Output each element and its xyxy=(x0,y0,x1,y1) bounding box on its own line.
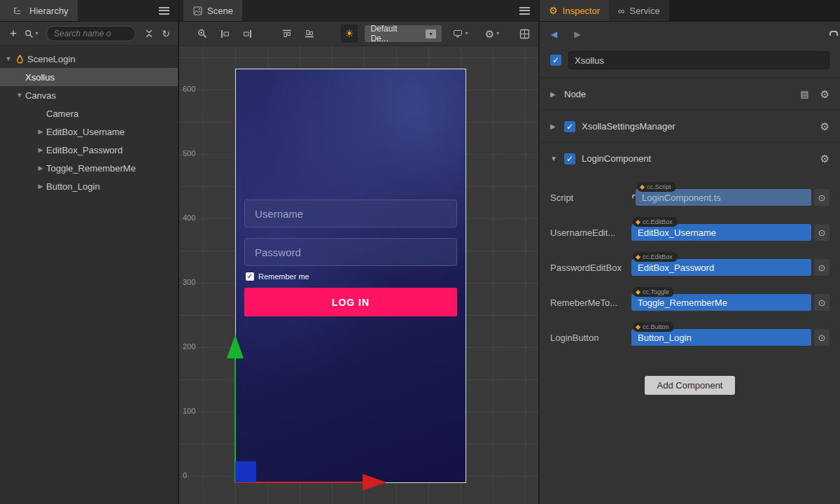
gizmo-x-arrow-icon[interactable] xyxy=(363,474,386,491)
hierarchy-menu-icon[interactable] xyxy=(159,7,169,15)
password-placeholder: Password xyxy=(255,246,301,258)
select-asset-button[interactable]: ⊙ xyxy=(814,189,830,206)
chevron-right-icon[interactable]: ▶ xyxy=(550,122,558,130)
chevron-down-icon: ▾ xyxy=(496,31,499,36)
property-row-login-button: LoginButton cc.Button Button_Login ⊙ xyxy=(540,320,840,355)
node-name-input[interactable] xyxy=(568,51,830,69)
property-row-username-editbox: UsernameEdit... cc.EditBox EditBox_Usern… xyxy=(540,215,840,250)
property-row-script: Script cc.Script LoginComponent.ts ⊙ xyxy=(540,180,840,215)
tree-item-editbox-username[interactable]: ▶ EditBox_Username xyxy=(0,122,178,141)
inspector-panel: ⚙ Inspector ∞ Service ◀ ▶ ✓ ▶ Node ▤ ⚙ xyxy=(540,0,840,504)
ruler-label: 300 xyxy=(183,278,195,286)
chevron-down-icon[interactable]: ▼ xyxy=(3,55,14,62)
scene-menu-icon[interactable] xyxy=(519,7,530,15)
tree-item-scene[interactable]: ▼ SceneLogin xyxy=(0,50,178,68)
select-node-button[interactable]: ⊙ xyxy=(814,259,830,276)
login-component-properties: Script cc.Script LoginComponent.ts ⊙ Use… xyxy=(540,174,840,355)
select-node-button[interactable]: ⊙ xyxy=(814,329,830,346)
property-label: Script xyxy=(550,192,631,203)
align-top-icon[interactable] xyxy=(279,26,295,41)
gear-icon[interactable]: ⚙ xyxy=(820,89,830,99)
chevron-down-icon[interactable]: ▼ xyxy=(14,92,25,99)
add-component-button[interactable]: Add Component xyxy=(645,376,736,395)
tree-item-label: Xsollus xyxy=(25,72,55,83)
chevron-down-icon: ▾ xyxy=(465,31,468,36)
gizmo-origin-handle[interactable] xyxy=(235,461,256,482)
section-node[interactable]: ▶ Node ▤ ⚙ xyxy=(540,78,840,110)
section-login-component[interactable]: ▼ ✓ LoginComponent ⚙ xyxy=(540,142,840,174)
node-name-row: ✓ xyxy=(540,47,840,78)
add-node-button[interactable]: + xyxy=(6,26,21,41)
view-mode-dropdown[interactable]: ▾ xyxy=(449,26,472,41)
ruler-label: 400 xyxy=(183,214,195,222)
section-node-label: Node xyxy=(564,89,794,99)
hierarchy-tab-label: Hierarchy xyxy=(29,6,69,16)
search-input[interactable] xyxy=(46,26,136,41)
section-settings-label: XsollaSettingsManager xyxy=(582,121,814,132)
select-node-button[interactable]: ⊙ xyxy=(814,224,830,241)
asset-dot-icon xyxy=(636,254,640,259)
chevron-right-icon[interactable]: ▶ xyxy=(550,90,558,98)
tree-item-camera[interactable]: Camera xyxy=(0,104,178,122)
component-enabled-checkbox[interactable]: ✓ xyxy=(564,121,575,132)
component-enabled-checkbox[interactable]: ✓ xyxy=(564,153,575,164)
tree-item-label: SceneLogin xyxy=(27,54,76,64)
tree-item-xsollus[interactable]: Xsollus xyxy=(0,68,178,86)
chevron-right-icon[interactable]: ▶ xyxy=(35,164,46,172)
tab-hierarchy[interactable]: Hierarchy xyxy=(0,0,78,21)
gear-icon[interactable]: ⚙ xyxy=(820,121,830,132)
section-xsolla-settings-manager[interactable]: ▶ ✓ XsollaSettingsManager ⚙ xyxy=(540,110,840,142)
login-button-label: LOG IN xyxy=(332,297,370,308)
add-component-row: Add Component xyxy=(540,376,840,395)
chevron-down-icon[interactable]: ▼ xyxy=(550,155,558,162)
gizmo-y-arrow-icon[interactable] xyxy=(227,335,244,358)
align-left-edge-icon[interactable] xyxy=(217,26,232,41)
password-editbox-preview[interactable]: Password xyxy=(244,238,457,266)
game-canvas-preview[interactable]: Username Password ✓ Remember me LOG IN xyxy=(235,69,466,483)
tab-inspector[interactable]: ⚙ Inspector xyxy=(540,0,609,21)
username-editbox-preview[interactable]: Username xyxy=(244,200,457,227)
tab-scene[interactable]: Scene xyxy=(183,0,242,21)
tree-item-toggle-rememberme[interactable]: ▶ Toggle_RememberMe xyxy=(0,159,178,177)
inspector-nav: ◀ ▶ xyxy=(540,22,840,47)
tree-item-editbox-password[interactable]: ▶ EditBox_Password xyxy=(0,141,178,159)
service-icon: ∞ xyxy=(618,6,624,15)
remember-me-toggle-preview[interactable]: ✓ Remember me xyxy=(246,272,309,281)
layout-grid-icon[interactable] xyxy=(517,26,533,41)
gizmo-settings-button[interactable]: ☀ xyxy=(341,24,358,43)
scene-asset-icon xyxy=(14,55,25,64)
paste-component-icon[interactable]: ▤ xyxy=(800,90,808,99)
zoom-icon[interactable] xyxy=(195,26,210,41)
property-label: LoginButton xyxy=(550,332,631,343)
nav-back-icon[interactable]: ◀ xyxy=(551,30,557,38)
nav-forward-icon[interactable]: ▶ xyxy=(574,30,580,38)
login-button-preview[interactable]: LOG IN xyxy=(244,288,457,316)
type-tag: cc.EditBox xyxy=(633,217,678,227)
chevron-right-icon[interactable]: ▶ xyxy=(35,183,46,190)
collapse-all-icon[interactable] xyxy=(141,26,157,41)
gear-icon[interactable]: ⚙ xyxy=(820,153,830,164)
select-node-button[interactable]: ⊙ xyxy=(814,294,830,311)
asset-dot-icon xyxy=(640,184,645,189)
tree-item-label: Button_Login xyxy=(46,181,100,192)
chevron-right-icon[interactable]: ▶ xyxy=(35,128,46,135)
ruler-label: 500 xyxy=(183,149,195,158)
chevron-right-icon[interactable]: ▶ xyxy=(35,146,46,153)
editor-window: Hierarchy + ▾ ↻ ▼ SceneLogin xyxy=(0,0,840,504)
align-bottom-icon[interactable] xyxy=(302,26,317,41)
align-right-edge-icon[interactable] xyxy=(239,26,255,41)
scene-settings-dropdown[interactable]: ⚙▾ xyxy=(479,26,505,41)
scene-viewport[interactable]: 600 500 400 300 200 100 0 Username Passw… xyxy=(179,46,538,504)
refresh-icon[interactable]: ↻ xyxy=(158,26,174,41)
node-active-checkbox[interactable]: ✓ xyxy=(550,55,561,66)
tree-item-button-login[interactable]: ▶ Button_Login xyxy=(0,177,178,195)
type-tag: cc.Button xyxy=(633,322,674,332)
tree-item-label: EditBox_Password xyxy=(46,145,122,155)
search-filter-icon[interactable]: ▾ xyxy=(22,26,41,41)
tab-service[interactable]: ∞ Service xyxy=(609,0,669,21)
checkbox-checked-icon[interactable]: ✓ xyxy=(246,272,254,281)
tree-item-canvas[interactable]: ▼ Canvas xyxy=(0,86,178,104)
scene-panel: Scene ☀ Default De... xyxy=(179,0,540,504)
property-label: UsernameEdit... xyxy=(550,227,631,238)
display-mode-dropdown[interactable]: Default De... ▼ xyxy=(365,25,442,42)
